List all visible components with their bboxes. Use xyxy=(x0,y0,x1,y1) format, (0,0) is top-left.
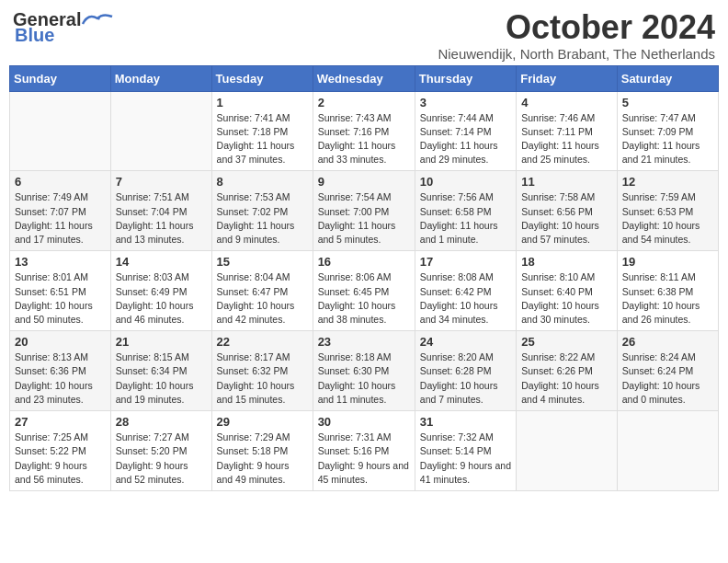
day-info: Sunrise: 7:54 AMSunset: 7:00 PMDaylight:… xyxy=(318,190,410,247)
day-info: Sunrise: 8:04 AMSunset: 6:47 PMDaylight:… xyxy=(217,270,308,327)
day-number: 15 xyxy=(217,255,308,269)
weekday-header-saturday: Saturday xyxy=(617,65,718,91)
day-number: 2 xyxy=(318,96,410,109)
calendar-cell: 21Sunrise: 8:15 AMSunset: 6:34 PMDayligh… xyxy=(110,331,211,411)
calendar-cell: 28Sunrise: 7:27 AMSunset: 5:20 PMDayligh… xyxy=(110,411,211,491)
calendar-cell: 19Sunrise: 8:11 AMSunset: 6:38 PMDayligh… xyxy=(617,251,718,331)
day-info: Sunrise: 8:03 AMSunset: 6:49 PMDaylight:… xyxy=(116,270,207,327)
day-number: 8 xyxy=(217,175,308,189)
month-title: October 2024 xyxy=(438,9,715,46)
day-info: Sunrise: 8:08 AMSunset: 6:42 PMDaylight:… xyxy=(420,270,511,327)
day-info: Sunrise: 8:20 AMSunset: 6:28 PMDaylight:… xyxy=(420,350,511,407)
calendar-cell xyxy=(617,411,718,491)
day-number: 1 xyxy=(217,96,308,109)
day-info: Sunrise: 7:31 AMSunset: 5:16 PMDaylight:… xyxy=(318,431,410,487)
page-header: General Blue October 2024 Nieuwendijk, N… xyxy=(9,9,719,62)
day-number: 24 xyxy=(420,335,511,349)
day-info: Sunrise: 8:11 AMSunset: 6:38 PMDaylight:… xyxy=(622,270,713,327)
calendar-cell: 17Sunrise: 8:08 AMSunset: 6:42 PMDayligh… xyxy=(415,251,516,331)
calendar-cell: 11Sunrise: 7:58 AMSunset: 6:56 PMDayligh… xyxy=(517,171,618,251)
calendar-cell: 30Sunrise: 7:31 AMSunset: 5:16 PMDayligh… xyxy=(313,411,415,491)
day-info: Sunrise: 7:41 AMSunset: 7:18 PMDaylight:… xyxy=(217,111,308,167)
calendar-cell: 12Sunrise: 7:59 AMSunset: 6:53 PMDayligh… xyxy=(617,171,718,251)
calendar-cell: 22Sunrise: 8:17 AMSunset: 6:32 PMDayligh… xyxy=(211,331,313,411)
calendar-cell: 8Sunrise: 7:53 AMSunset: 7:02 PMDaylight… xyxy=(211,171,313,251)
calendar-cell: 27Sunrise: 7:25 AMSunset: 5:22 PMDayligh… xyxy=(10,411,111,491)
calendar-cell: 26Sunrise: 8:24 AMSunset: 6:24 PMDayligh… xyxy=(617,331,718,411)
day-number: 20 xyxy=(15,335,106,349)
calendar-cell: 13Sunrise: 8:01 AMSunset: 6:51 PMDayligh… xyxy=(10,251,111,331)
day-number: 7 xyxy=(116,175,207,189)
day-number: 18 xyxy=(521,255,612,269)
day-info: Sunrise: 7:43 AMSunset: 7:16 PMDaylight:… xyxy=(318,111,410,167)
day-info: Sunrise: 7:29 AMSunset: 5:18 PMDaylight:… xyxy=(217,431,308,487)
calendar-cell xyxy=(110,91,211,171)
day-number: 14 xyxy=(116,255,207,269)
day-info: Sunrise: 7:53 AMSunset: 7:02 PMDaylight:… xyxy=(217,190,308,247)
day-number: 27 xyxy=(15,415,106,429)
calendar-cell: 6Sunrise: 7:49 AMSunset: 7:07 PMDaylight… xyxy=(10,171,111,251)
day-number: 22 xyxy=(217,335,308,349)
calendar-cell: 9Sunrise: 7:54 AMSunset: 7:00 PMDaylight… xyxy=(313,171,415,251)
day-info: Sunrise: 7:46 AMSunset: 7:11 PMDaylight:… xyxy=(521,111,612,167)
week-row-4: 20Sunrise: 8:13 AMSunset: 6:36 PMDayligh… xyxy=(10,331,719,411)
calendar-cell xyxy=(517,411,618,491)
calendar-cell: 3Sunrise: 7:44 AMSunset: 7:14 PMDaylight… xyxy=(415,91,516,171)
calendar-cell: 2Sunrise: 7:43 AMSunset: 7:16 PMDaylight… xyxy=(313,91,415,171)
calendar-cell xyxy=(10,91,111,171)
logo: General Blue xyxy=(13,9,114,46)
week-row-1: 1Sunrise: 7:41 AMSunset: 7:18 PMDaylight… xyxy=(10,91,719,171)
calendar-cell: 4Sunrise: 7:46 AMSunset: 7:11 PMDaylight… xyxy=(517,91,618,171)
calendar-cell: 15Sunrise: 8:04 AMSunset: 6:47 PMDayligh… xyxy=(211,251,313,331)
calendar-cell: 14Sunrise: 8:03 AMSunset: 6:49 PMDayligh… xyxy=(110,251,211,331)
week-row-5: 27Sunrise: 7:25 AMSunset: 5:22 PMDayligh… xyxy=(10,411,719,491)
day-number: 23 xyxy=(318,335,410,349)
day-info: Sunrise: 8:18 AMSunset: 6:30 PMDaylight:… xyxy=(318,350,410,407)
day-number: 17 xyxy=(420,255,511,269)
day-info: Sunrise: 7:59 AMSunset: 6:53 PMDaylight:… xyxy=(622,190,713,247)
weekday-header-thursday: Thursday xyxy=(415,65,516,91)
day-info: Sunrise: 8:01 AMSunset: 6:51 PMDaylight:… xyxy=(15,270,106,327)
day-info: Sunrise: 8:06 AMSunset: 6:45 PMDaylight:… xyxy=(318,270,410,327)
day-number: 6 xyxy=(15,175,106,189)
logo-bird-icon xyxy=(81,11,114,29)
day-number: 13 xyxy=(15,255,106,269)
weekday-header-tuesday: Tuesday xyxy=(211,65,313,91)
day-number: 29 xyxy=(217,415,308,429)
calendar-cell: 5Sunrise: 7:47 AMSunset: 7:09 PMDaylight… xyxy=(617,91,718,171)
weekday-header-monday: Monday xyxy=(110,65,211,91)
weekday-header-row: SundayMondayTuesdayWednesdayThursdayFrid… xyxy=(10,65,719,91)
weekday-header-wednesday: Wednesday xyxy=(313,65,415,91)
day-number: 26 xyxy=(622,335,713,349)
day-info: Sunrise: 8:15 AMSunset: 6:34 PMDaylight:… xyxy=(116,350,207,407)
day-number: 10 xyxy=(420,175,511,189)
day-info: Sunrise: 7:25 AMSunset: 5:22 PMDaylight:… xyxy=(15,431,106,487)
day-info: Sunrise: 7:44 AMSunset: 7:14 PMDaylight:… xyxy=(420,111,511,167)
day-info: Sunrise: 7:27 AMSunset: 5:20 PMDaylight:… xyxy=(116,431,207,487)
weekday-header-friday: Friday xyxy=(517,65,618,91)
calendar-cell: 18Sunrise: 8:10 AMSunset: 6:40 PMDayligh… xyxy=(517,251,618,331)
calendar-cell: 7Sunrise: 7:51 AMSunset: 7:04 PMDaylight… xyxy=(110,171,211,251)
day-info: Sunrise: 7:58 AMSunset: 6:56 PMDaylight:… xyxy=(521,190,612,247)
week-row-3: 13Sunrise: 8:01 AMSunset: 6:51 PMDayligh… xyxy=(10,251,719,331)
day-info: Sunrise: 7:32 AMSunset: 5:14 PMDaylight:… xyxy=(420,431,511,487)
day-info: Sunrise: 7:56 AMSunset: 6:58 PMDaylight:… xyxy=(420,190,511,247)
day-number: 3 xyxy=(420,96,511,109)
day-info: Sunrise: 8:24 AMSunset: 6:24 PMDaylight:… xyxy=(622,350,713,407)
location: Nieuwendijk, North Brabant, The Netherla… xyxy=(438,46,715,62)
day-info: Sunrise: 7:49 AMSunset: 7:07 PMDaylight:… xyxy=(15,190,106,247)
title-section: October 2024 Nieuwendijk, North Brabant,… xyxy=(438,9,715,62)
day-info: Sunrise: 7:47 AMSunset: 7:09 PMDaylight:… xyxy=(622,111,713,167)
day-number: 4 xyxy=(521,96,612,109)
week-row-2: 6Sunrise: 7:49 AMSunset: 7:07 PMDaylight… xyxy=(10,171,719,251)
calendar-cell: 10Sunrise: 7:56 AMSunset: 6:58 PMDayligh… xyxy=(415,171,516,251)
calendar-cell: 25Sunrise: 8:22 AMSunset: 6:26 PMDayligh… xyxy=(517,331,618,411)
calendar-cell: 29Sunrise: 7:29 AMSunset: 5:18 PMDayligh… xyxy=(211,411,313,491)
calendar-cell: 20Sunrise: 8:13 AMSunset: 6:36 PMDayligh… xyxy=(10,331,111,411)
day-info: Sunrise: 8:13 AMSunset: 6:36 PMDaylight:… xyxy=(15,350,106,407)
calendar-table: SundayMondayTuesdayWednesdayThursdayFrid… xyxy=(9,65,719,491)
day-info: Sunrise: 8:17 AMSunset: 6:32 PMDaylight:… xyxy=(217,350,308,407)
day-number: 19 xyxy=(622,255,713,269)
day-number: 28 xyxy=(116,415,207,429)
day-number: 30 xyxy=(318,415,410,429)
